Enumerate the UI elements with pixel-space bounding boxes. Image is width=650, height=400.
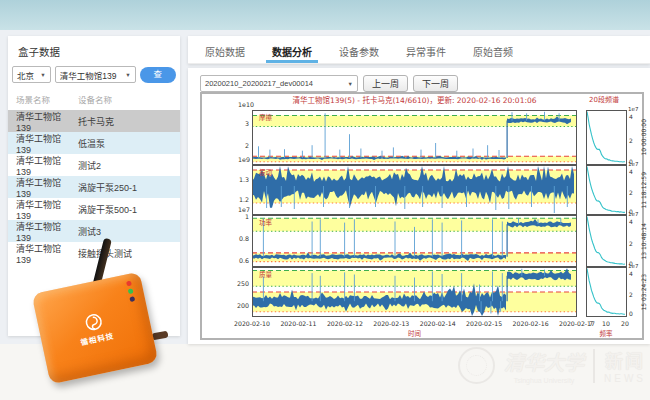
scene-name: 清华工物馆139 bbox=[16, 132, 70, 155]
news-en: NEWS bbox=[604, 373, 646, 384]
y-tick: 250 bbox=[225, 281, 249, 287]
device-name: 低温泵 bbox=[78, 137, 180, 150]
spectrum-panel-1 bbox=[586, 165, 627, 215]
tab-strip: 原始数据数据分析设备参数异常事件原始音频 bbox=[196, 36, 531, 63]
chart-title: 清华工物馆139(5) - 托卡马克(14/6610)，更新: 2020-02-… bbox=[237, 97, 592, 105]
chevron-down-icon: ▼ bbox=[348, 81, 353, 87]
device-name: 涡旋干泵500-1 bbox=[78, 203, 180, 216]
led-indicators bbox=[126, 280, 135, 302]
device-photo: 循相科技 bbox=[28, 236, 170, 396]
spectra-time-label: 15 03:24:23 bbox=[638, 267, 648, 317]
news-wordmark: 新闻 NEWS bbox=[604, 347, 646, 384]
tab-item[interactable]: 异常事件 bbox=[397, 36, 455, 63]
sidebar-title: 盒子数据 bbox=[18, 44, 170, 59]
tab-active[interactable]: 数据分析 bbox=[263, 36, 321, 63]
spectra-offset-label: 1e7 bbox=[628, 212, 638, 218]
sidebar-filter-bar: 北京 ▼ 清华工物馆139 ▼ 查询 bbox=[12, 66, 176, 83]
scene-name: 清华工物馆139 bbox=[16, 198, 70, 221]
device-list-item[interactable]: 清华工物馆139涡旋干泵500-1 bbox=[8, 198, 180, 220]
spectra-y-tick: 2 bbox=[629, 241, 633, 247]
device-list-item[interactable]: 清华工物馆139涡旋干泵250-1 bbox=[8, 176, 180, 198]
spectrum-panel-2 bbox=[586, 215, 627, 267]
scene-name: 清华工物馆139 bbox=[16, 110, 70, 133]
spectra-offset-label: 1e7 bbox=[628, 107, 638, 113]
chart-row-3 bbox=[252, 267, 577, 317]
scene-column-header: 场景名称 bbox=[16, 93, 70, 105]
device-name: 测试2 bbox=[78, 159, 180, 172]
row-label: 质量 bbox=[259, 272, 272, 279]
tsinghua-wordmark: 清华大学 Tsinghua University bbox=[504, 347, 584, 384]
app-window: 盒子数据 北京 ▼ 清华工物馆139 ▼ 查询 场景名称 设备名称 清华工物馆1… bbox=[0, 0, 650, 400]
site-select[interactable]: 清华工物馆139 ▼ bbox=[55, 66, 136, 83]
query-button[interactable]: 查询 bbox=[140, 67, 176, 83]
brand-logo-icon bbox=[83, 311, 104, 332]
tab-item[interactable]: 原始数据 bbox=[196, 36, 254, 63]
scene-name: 清华工物馆139 bbox=[16, 154, 70, 177]
chart-row-0 bbox=[252, 110, 577, 165]
spectra-x-tick: 7 bbox=[585, 321, 597, 327]
x-tick: 2020-02-10 bbox=[230, 321, 274, 327]
watermark-divider bbox=[593, 349, 595, 383]
x-tick: 2020-02-15 bbox=[462, 321, 506, 327]
week-controls: 20200210_20200217_dev00014 ▼ 上一周 下一周 bbox=[200, 75, 650, 92]
x-tick: 2020-02-14 bbox=[416, 321, 460, 327]
spectra-offset-label: 1e7 bbox=[628, 162, 638, 168]
y-tick: 1.2 bbox=[225, 197, 249, 203]
news-cn: 新闻 bbox=[604, 347, 646, 373]
week-file-select[interactable]: 20200210_20200217_dev00014 ▼ bbox=[200, 75, 358, 92]
region-select-value: 北京 bbox=[17, 69, 34, 81]
device-list-item[interactable]: 清华工物馆139低温泵 bbox=[8, 132, 180, 154]
sensor-box: 循相科技 bbox=[32, 272, 159, 385]
tab-item[interactable]: 原始音频 bbox=[464, 36, 522, 63]
axis-scale-label: 1e9 bbox=[238, 157, 250, 163]
chevron-down-icon: ▼ bbox=[125, 72, 130, 78]
axis-scale-label: 1e10 bbox=[238, 102, 254, 108]
y-tick: 1 bbox=[225, 214, 249, 220]
tsinghua-en: Tsinghua University bbox=[504, 377, 584, 384]
spectra-y-tick: 2 bbox=[629, 190, 633, 196]
week-file-value: 20200210_20200217_dev00014 bbox=[205, 79, 313, 88]
y-tick: 0.8 bbox=[225, 236, 249, 242]
next-week-button[interactable]: 下一周 bbox=[413, 75, 458, 92]
row-label: 摩擦 bbox=[259, 115, 272, 122]
site-select-value: 清华工物馆139 bbox=[60, 69, 117, 81]
watermark: 清华大学 Tsinghua University 新闻 NEWS bbox=[458, 347, 646, 384]
spectra-y-tick: 2 bbox=[629, 292, 633, 298]
spectra-title: 20段频谱 bbox=[572, 97, 636, 104]
spectra-y-tick: 2 bbox=[629, 138, 633, 144]
led-red-icon bbox=[126, 280, 132, 286]
device-list-item[interactable]: 清华工物馆139托卡马克 bbox=[8, 110, 180, 132]
tabs-bar: 原始数据数据分析设备参数异常事件原始音频 bbox=[188, 36, 650, 64]
x-tick: 2020-02-12 bbox=[323, 321, 367, 327]
y-tick: 3 bbox=[225, 121, 249, 127]
chevron-down-icon: ▼ bbox=[40, 72, 45, 78]
y-tick: 0.6 bbox=[225, 258, 249, 264]
device-list-item[interactable]: 清华工物馆139测试2 bbox=[8, 154, 180, 176]
region-select[interactable]: 北京 ▼ bbox=[12, 66, 51, 83]
brand-name: 循相科技 bbox=[79, 329, 115, 347]
spectra-time-label: 10 00:00:00 bbox=[638, 110, 648, 165]
prev-week-button[interactable]: 上一周 bbox=[363, 75, 408, 92]
analysis-chart: 清华工物馆139(5) - 托卡马克(14/6610)，更新: 2020-02-… bbox=[200, 92, 644, 340]
tab-item[interactable]: 设备参数 bbox=[330, 36, 388, 63]
spectra-y-tick: 0 bbox=[629, 311, 633, 317]
cable-stub bbox=[152, 331, 169, 341]
device-name: 托卡马克 bbox=[78, 115, 180, 128]
x-tick: 2020-02-13 bbox=[369, 321, 413, 327]
spectra-x-tick: 10 bbox=[600, 321, 612, 327]
row-label: 振动 bbox=[259, 170, 272, 177]
spectra-y-tick: 4 bbox=[629, 169, 633, 175]
spectra-y-tick: 4 bbox=[629, 271, 633, 277]
y-tick: 2 bbox=[225, 143, 249, 149]
axis-scale-label: 1e7 bbox=[238, 207, 250, 213]
scene-name: 清华工物馆139 bbox=[16, 176, 70, 199]
device-name: 涡旋干泵250-1 bbox=[78, 181, 180, 194]
device-table-header: 场景名称 设备名称 bbox=[8, 92, 180, 110]
device-column-header: 设备名称 bbox=[78, 93, 180, 105]
row-label: 功率 bbox=[259, 220, 272, 227]
spectra-time-label: 13 10:48:14 bbox=[638, 215, 648, 267]
spectra-y-tick: 4 bbox=[629, 219, 633, 225]
led-blue-icon bbox=[129, 296, 135, 302]
spectra-y-tick: 4 bbox=[629, 114, 633, 120]
led-green-icon bbox=[128, 288, 134, 294]
